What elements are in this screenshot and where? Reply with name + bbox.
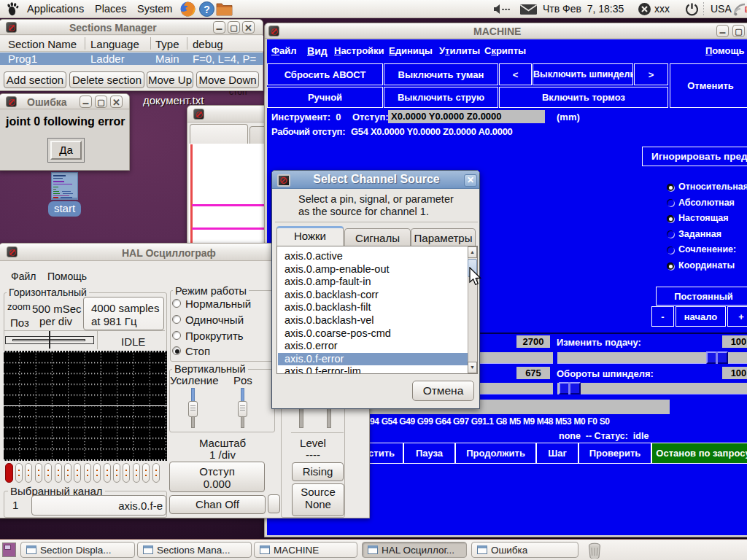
svg-text:?: ? <box>204 4 210 15</box>
